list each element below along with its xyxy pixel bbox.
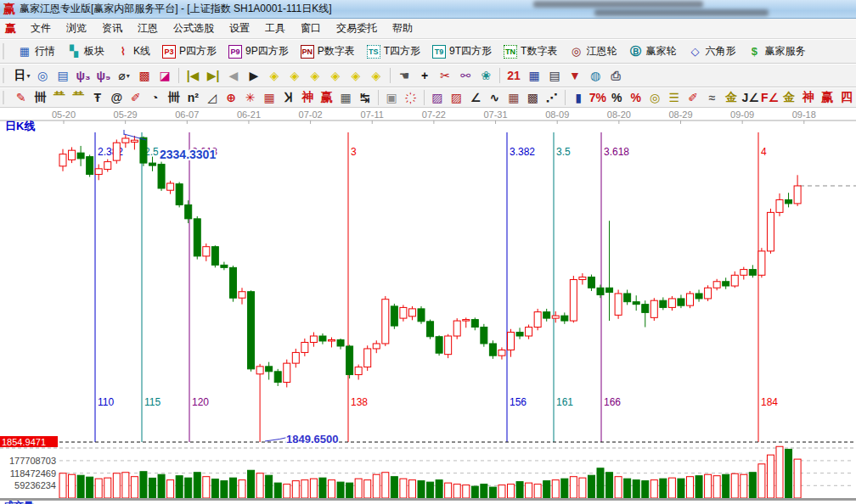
web-link-button[interactable]: ◍ (585, 66, 605, 85)
gann-wheel-button[interactable]: ◎江恩轮 (563, 42, 622, 61)
ruler-button[interactable]: 卌 (165, 88, 183, 107)
diamond-left-button[interactable]: ◈ (264, 66, 284, 85)
mark-tool-button[interactable]: ⚯ (455, 66, 476, 85)
wave-channel-button[interactable]: ≈ (702, 88, 721, 107)
brain-tool-button[interactable]: ❀ (476, 66, 496, 85)
next-bar-button[interactable]: ▶ (244, 66, 264, 85)
fan-lines-button[interactable]: ⋰ (543, 88, 561, 107)
menu-item-8[interactable]: 交易委托 (329, 20, 385, 37)
sectors-button[interactable]: ▚板块 (61, 42, 110, 61)
menu-item-3[interactable]: 江恩 (130, 20, 166, 37)
p-square-button[interactable]: P3P四方形 (156, 42, 222, 61)
red-crosshair-button[interactable]: ⊕ (222, 88, 240, 107)
hexagon-button[interactable]: ◇六角形 (682, 42, 741, 61)
t-square-button[interactable]: TST四方形 (361, 42, 426, 61)
red-rays-button[interactable]: ҉ (401, 88, 420, 107)
pattern-box-button[interactable]: ▩ (134, 66, 155, 85)
menu-item-0[interactable]: 文件 (23, 20, 59, 37)
t-number-table-button[interactable]: TNT数字表 (498, 42, 563, 61)
winner-wheel-button[interactable]: Ⓑ赢家轮 (622, 42, 682, 61)
save-button[interactable]: ▼ (565, 66, 585, 85)
menu-item-7[interactable]: 窗口 (293, 20, 329, 37)
spiral-button[interactable]: @ (107, 88, 126, 107)
star-grid-button[interactable]: ✳ (240, 88, 259, 107)
diamond-hmove-button[interactable]: ◈ (305, 66, 325, 85)
kline-button[interactable]: ⌇K线 (110, 42, 156, 61)
k-mark-button[interactable]: Ʞ (279, 88, 297, 107)
percent-7-button[interactable]: 7% (588, 88, 607, 107)
wave-3-button[interactable]: ψ₃ (73, 66, 93, 85)
time-circle-button[interactable]: ◔ (145, 88, 164, 107)
calculator-button[interactable]: ▦ (524, 66, 544, 85)
grid-123-button[interactable]: ▦ (336, 88, 355, 107)
menu-logo-icon: 赢 (5, 21, 16, 36)
diamond-expand-button[interactable]: ◈ (346, 66, 366, 85)
wave-9-button[interactable]: ψ₉ (93, 66, 114, 85)
red-pen-button[interactable]: ✎ (12, 88, 31, 107)
gold-angle-button[interactable]: 金 (780, 88, 798, 107)
menu-item-9[interactable]: 帮助 (385, 20, 420, 37)
gann-comb-button[interactable]: 卌 (31, 88, 49, 107)
volume-bar (310, 479, 317, 498)
menu-item-4[interactable]: 公式选股 (166, 20, 222, 37)
shen-tool-button[interactable]: 神 (298, 88, 317, 107)
gold-grid-2-button[interactable]: 龷 (69, 88, 87, 107)
notes-button[interactable]: ▤ (544, 66, 565, 85)
shen-angle-button[interactable]: 神 (798, 88, 817, 107)
last-bar-button[interactable]: ▶| (203, 66, 223, 85)
grid-plain-button[interactable]: ▦ (504, 88, 523, 107)
hand-tool-button[interactable]: ☚ (394, 66, 414, 85)
angle-tool-button[interactable]: ◿ (203, 88, 222, 107)
angle-lines-button[interactable]: ∠ (466, 88, 485, 107)
h-arrows-button[interactable]: ↹ (355, 88, 374, 107)
f-angle-button[interactable]: F∠ (760, 88, 780, 107)
gold-bars-button[interactable]: ☰ (664, 88, 683, 107)
crosshair-tool-button[interactable]: + (414, 66, 435, 85)
bar-meter-button[interactable]: ▮ (569, 88, 588, 107)
info-panel-button[interactable]: ▤ (53, 66, 73, 85)
gold-grid-1-button[interactable]: 龷 (50, 88, 69, 107)
grid-box-2-button[interactable]: ▩ (523, 88, 542, 107)
printer-button[interactable]: ⎙ (605, 66, 626, 85)
diamond-cross-button[interactable]: ◈ (325, 66, 346, 85)
percent-button[interactable]: % (607, 88, 626, 107)
diamond-center-button[interactable]: ◈ (366, 66, 386, 85)
menu-item-2[interactable]: 资讯 (94, 20, 130, 37)
zoom-view-button[interactable]: ◎ (32, 66, 53, 85)
gold-gann-button[interactable]: 金 (722, 88, 741, 107)
quotes-button[interactable]: ▦行情 (12, 42, 61, 61)
menu-item-1[interactable]: 浏览 (59, 20, 94, 37)
p-number-table-button[interactable]: PNP数字表 (295, 42, 361, 61)
si-partial-button[interactable]: 四 (836, 88, 855, 107)
percent-line-button[interactable]: % (626, 88, 645, 107)
red-grid-pen-button[interactable]: ▨ (447, 88, 465, 107)
j-angle-button[interactable]: J∠ (741, 88, 759, 107)
period-selector-button[interactable]: 日▾ (12, 66, 32, 85)
grid-box-button[interactable]: ▦ (260, 88, 279, 107)
brush-2-button[interactable]: ✐ (684, 88, 702, 107)
gold-circle-button[interactable]: ◎ (645, 88, 664, 107)
menu-item-6[interactable]: 工具 (257, 20, 293, 37)
purple-grid-pen-button[interactable]: ▨ (428, 88, 447, 107)
red-brush-button[interactable]: ✐ (127, 88, 145, 107)
kline-chart[interactable]: 1777087031184724695923623405-2005-2906-0… (0, 108, 856, 504)
first-bar-button[interactable]: |◀ (183, 66, 203, 85)
volume-bar (292, 481, 299, 498)
diamond-right-button[interactable]: ◈ (284, 66, 305, 85)
menu-item-5[interactable]: 设置 (222, 20, 257, 37)
layout-box-button[interactable]: ▣ (382, 88, 401, 107)
9p-square-button[interactable]: P99P四方形 (222, 42, 295, 61)
histogram-button[interactable]: ◪ (155, 66, 175, 85)
prev-bar-button[interactable]: ◀ (223, 66, 244, 85)
9t-square-button[interactable]: T99T四方形 (426, 42, 498, 61)
ying-angle-button[interactable]: 赢 (818, 88, 836, 107)
winner-service-button[interactable]: $赢家服务 (741, 42, 811, 61)
f-ruler-button[interactable]: Ŧ (88, 88, 107, 107)
n-squared-button[interactable]: n² (183, 88, 202, 107)
calendar-button[interactable]: 21 (504, 66, 524, 85)
cut-tool-button[interactable]: ✂ (435, 66, 455, 85)
candle-style-button[interactable]: ⌀▾ (114, 66, 134, 85)
volume-bar (767, 455, 774, 498)
ying-tool-button[interactable]: 赢 (317, 88, 335, 107)
zigzag-button[interactable]: ∿ (485, 88, 504, 107)
